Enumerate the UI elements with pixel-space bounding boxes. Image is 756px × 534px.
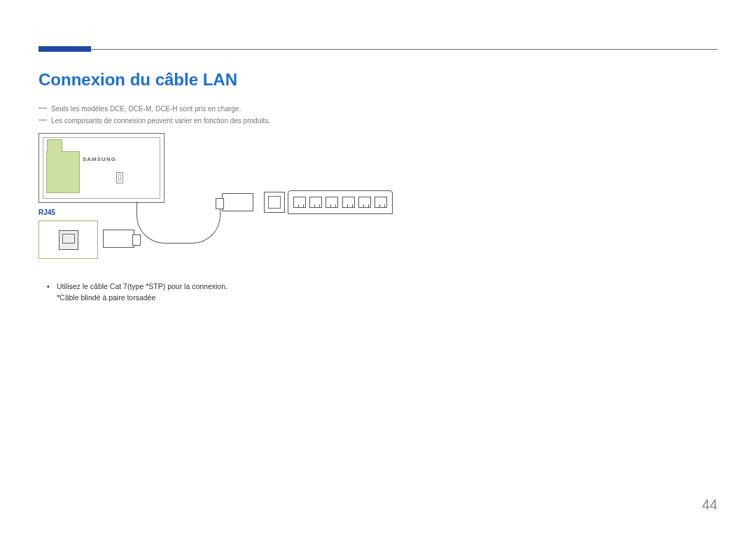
instruction-line2: *Câble blindé à paire torsadée bbox=[57, 293, 718, 304]
switch-port-icon bbox=[358, 197, 371, 208]
switch-port-icon bbox=[342, 197, 355, 208]
network-switch-icon bbox=[288, 190, 393, 214]
page-number: 44 bbox=[702, 497, 718, 513]
lan-plug-right-icon bbox=[222, 193, 253, 211]
rj45-port-closeup bbox=[38, 220, 98, 259]
lan-port-highlight bbox=[46, 151, 80, 193]
switch-port-icon bbox=[293, 197, 306, 208]
switch-port-icon bbox=[309, 197, 322, 208]
page-title: Connexion du câble LAN bbox=[38, 70, 718, 90]
instruction-item: Utilisez le câble Cat 7(type *STP) pour … bbox=[38, 281, 718, 304]
rj45-label: RJ45 bbox=[38, 209, 55, 216]
rj45-port-icon bbox=[59, 230, 78, 250]
lan-cable-icon bbox=[136, 202, 220, 244]
connection-diagram: SAMSUNG RJ45 bbox=[38, 133, 402, 266]
note-components: Les composants de connexion peuvent vari… bbox=[38, 117, 718, 125]
page-content: Connexion du câble LAN Seuls les modèles… bbox=[38, 70, 718, 304]
instruction-list: Utilisez le câble Cat 7(type *STP) pour … bbox=[38, 281, 718, 304]
lan-plug-left-icon bbox=[103, 230, 134, 248]
header-accent-bar bbox=[38, 46, 91, 52]
display-back-panel-icon: SAMSUNG bbox=[38, 133, 164, 203]
instruction-line1: Utilisez le câble Cat 7(type *STP) pour … bbox=[57, 282, 227, 290]
switch-port-icon bbox=[326, 197, 338, 208]
rj45-jack-icon bbox=[264, 192, 285, 213]
rj45-jack-opening bbox=[268, 196, 281, 209]
switch-port-icon bbox=[374, 197, 387, 208]
note-models: Seuls les modèles DCE, DCE-M, DCE-H sont… bbox=[38, 105, 718, 113]
header-rule bbox=[38, 49, 718, 50]
small-port-icon bbox=[116, 172, 123, 183]
brand-logo-text: SAMSUNG bbox=[83, 156, 116, 162]
